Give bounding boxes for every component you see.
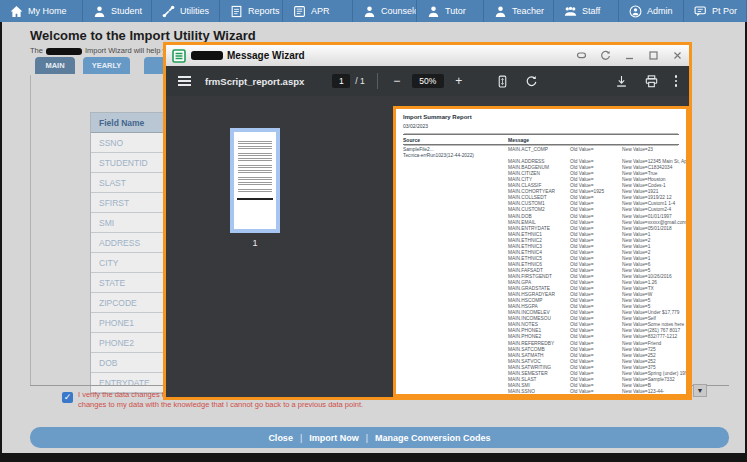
reports-icon	[230, 5, 243, 18]
dialog-titlebar: Message Wizard	[166, 45, 689, 66]
message-column-header: Message	[508, 137, 529, 143]
maximize-icon[interactable]	[648, 50, 659, 61]
report-doc-icon	[172, 49, 186, 63]
top-nav: My HomeStudentUtilitiesReportsAPRCounsel…	[0, 0, 747, 22]
window-frame	[0, 453, 747, 462]
nav-item-label: Reports	[248, 6, 280, 16]
home-icon	[10, 5, 23, 18]
redaction-blob	[46, 48, 82, 55]
footer-separator: |	[300, 433, 302, 443]
pdf-toolbar: frmScript_report.aspx 1 / 1 − 50% +	[166, 66, 689, 96]
report-body: SampleFile2... Tecnica-errRun1023(12-44-…	[403, 147, 679, 395]
panel-left-border	[30, 75, 31, 385]
nav-item-label: Admin	[647, 6, 673, 16]
nav-item-label: My Home	[28, 6, 67, 16]
nav-item-staff[interactable]: Staff	[554, 0, 619, 22]
report-page: Import Summary Report 03/02/2023 Source …	[393, 106, 689, 397]
nav-item-label: Pt Por	[712, 6, 737, 16]
verify-line2: changes to my data with the knowledge th…	[78, 400, 738, 410]
nav-item-label: APR	[311, 6, 330, 16]
nav-item-my-home[interactable]: My Home	[0, 0, 83, 22]
source-cell: SampleFile2... Tecnica-errRun1023(12-44-…	[403, 147, 503, 159]
pin-icon[interactable]	[576, 50, 587, 61]
nav-item-pt-por[interactable]: Pt Por	[684, 0, 747, 22]
report-date: 03/02/2023	[403, 123, 679, 129]
footer-separator: |	[366, 433, 368, 443]
dialog-title: Message Wizard	[191, 50, 305, 61]
nav-item-tutor[interactable]: Tutor	[417, 0, 484, 22]
report-title: Import Summary Report	[403, 114, 679, 120]
fit-page-icon[interactable]	[496, 75, 509, 88]
nav-item-label: Teacher	[512, 6, 544, 16]
tutor-icon	[427, 5, 440, 18]
staff-icon	[564, 5, 577, 18]
app-window: My HomeStudentUtilitiesReportsAPRCounsel…	[0, 0, 747, 462]
rotate-icon[interactable]	[525, 75, 538, 88]
nav-item-label: Student	[111, 6, 142, 16]
import-summary-report: Import Summary Report 03/02/2023 Source …	[396, 109, 686, 397]
import-now-button[interactable]: Import Now	[309, 433, 359, 443]
utilities-icon	[162, 5, 175, 18]
menu-icon[interactable]	[178, 76, 191, 78]
admin-icon	[629, 5, 642, 18]
nav-item-counselor[interactable]: Counselor	[353, 0, 417, 22]
subtitle-prefix: The	[30, 46, 43, 55]
apr-icon	[293, 5, 306, 18]
source-column-header: Source	[403, 137, 508, 143]
redaction-blob	[191, 51, 223, 60]
message-wizard-dialog: Message Wizard frmScript_report.aspx 1 /…	[163, 42, 692, 400]
minimize-icon[interactable]	[624, 50, 635, 61]
counselor-icon	[363, 5, 376, 18]
page-count: / 1	[355, 76, 364, 86]
nav-item-apr[interactable]: APR	[283, 0, 353, 22]
thumbnail-page-number: 1	[230, 238, 280, 248]
download-icon[interactable]	[615, 75, 628, 88]
thumbnail-content	[238, 137, 272, 192]
teacher-icon	[494, 5, 507, 18]
report-message-row: MAIN.SSNOOld Value=New Value=123-44-	[508, 389, 679, 395]
nav-item-label: Staff	[582, 6, 600, 16]
nav-item-reports[interactable]: Reports	[220, 0, 283, 22]
refresh-icon[interactable]	[600, 50, 611, 61]
nav-item-admin[interactable]: Admin	[619, 0, 684, 22]
student-icon	[93, 5, 106, 18]
manage-conversion-codes-button[interactable]: Manage Conversion Codes	[375, 433, 491, 443]
tab-main[interactable]: MAIN	[35, 57, 75, 74]
nav-item-label: Utilities	[180, 6, 209, 16]
report-column-headers: Source Message	[403, 134, 679, 145]
page-number-input[interactable]: 1	[332, 74, 350, 88]
thumbnail-content	[237, 198, 273, 200]
nav-item-utilities[interactable]: Utilities	[152, 0, 220, 22]
nav-item-label: Tutor	[445, 6, 466, 16]
pdf-viewer-body: 1 Import Summary Report 03/02/2023 Sourc…	[166, 96, 689, 397]
tab-yearly[interactable]: YEARLY	[83, 57, 130, 74]
pdf-filename: frmScript_report.aspx	[205, 76, 304, 87]
scroll-down-button[interactable]: ▼	[693, 384, 707, 397]
zoom-in-button[interactable]: +	[452, 74, 466, 88]
page-title: Welcome to the Import Utility Wizard	[30, 28, 256, 43]
nav-item-student[interactable]: Student	[83, 0, 152, 22]
zoom-out-button[interactable]: −	[390, 74, 404, 88]
zoom-level[interactable]: 50%	[412, 74, 444, 88]
verify-checkbox[interactable]: ✓	[62, 392, 73, 403]
message-list: MAIN.ACT_COMPOld Value=New Value=23MAIN.…	[508, 147, 679, 395]
close-button[interactable]: Close	[268, 433, 293, 443]
nav-item-label: Counselor	[381, 6, 417, 16]
window-controls	[576, 50, 683, 61]
portal-icon	[694, 5, 707, 18]
print-icon[interactable]	[645, 75, 658, 88]
page-thumbnail[interactable]	[230, 128, 280, 233]
more-options-icon[interactable]	[675, 75, 677, 86]
toolbar-divider	[377, 73, 378, 89]
nav-item-teacher[interactable]: Teacher	[484, 0, 554, 22]
footer-action-bar: Close|Import Now|Manage Conversion Codes	[30, 427, 729, 448]
close-icon[interactable]	[672, 50, 683, 61]
